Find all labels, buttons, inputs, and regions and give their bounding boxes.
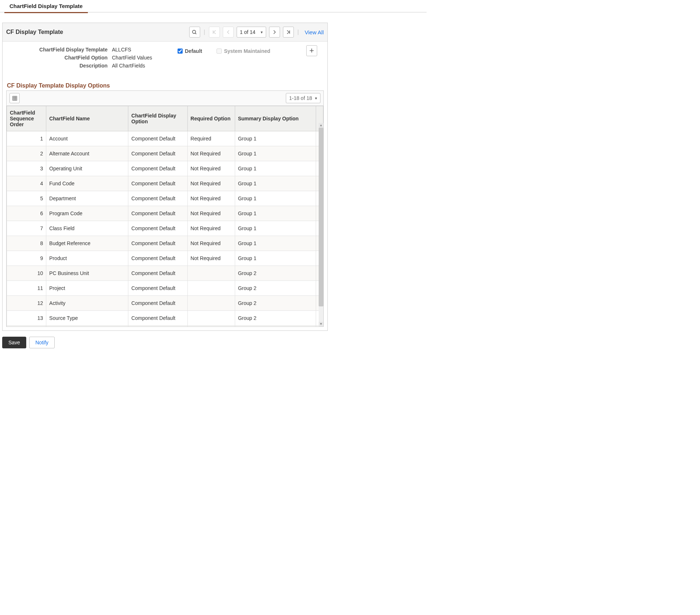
cell-display-option: Component Default (128, 236, 187, 251)
cell-required-option (187, 281, 235, 296)
table-row: 5DepartmentComponent DefaultNot Required… (7, 191, 323, 206)
cell-required-option: Not Required (187, 206, 235, 221)
svg-line-1 (195, 33, 196, 34)
template-value: ALLCFS (112, 47, 131, 53)
cell-summary-option: Group 1 (235, 191, 316, 206)
cell-required-option: Not Required (187, 251, 235, 266)
cell-name: Program Code (46, 206, 128, 221)
main-panel: CF Display Template | 1 of 14 ▾ (2, 23, 328, 331)
chevron-down-icon: ▾ (261, 30, 263, 35)
cell-required-option: Not Required (187, 146, 235, 161)
table-row: 9ProductComponent DefaultNot RequiredGro… (7, 251, 323, 266)
cell-summary-option: Group 1 (235, 251, 316, 266)
next-page-button[interactable] (269, 27, 280, 38)
cell-display-option: Component Default (128, 161, 187, 176)
cell-required-option (187, 296, 235, 311)
cell-sequence: 13 (7, 311, 46, 326)
grid: 1-18 of 18 ▾ ChartField Sequence Order C… (6, 90, 324, 327)
col-header-chartfield-name[interactable]: ChartField Name (46, 106, 128, 131)
cell-summary-option: Group 2 (235, 311, 316, 326)
table-row: 12ActivityComponent DefaultGroup 2 (7, 296, 323, 311)
scroll-down-arrow[interactable]: ▼ (319, 322, 323, 326)
scroll-up-arrow[interactable]: ▲ (319, 123, 323, 128)
section-title: CF Display Template Display Options (7, 82, 324, 89)
system-maintained-checkbox[interactable] (217, 49, 222, 54)
cell-sequence: 12 (7, 296, 46, 311)
cell-name: Account (46, 131, 128, 146)
prev-page-button[interactable] (223, 27, 234, 38)
row-range-select[interactable]: 1-18 of 18 ▾ (286, 93, 320, 103)
view-all-link[interactable]: View All (305, 29, 324, 35)
last-page-button[interactable] (283, 27, 294, 38)
cell-name: Source Type (46, 311, 128, 326)
pager-text: 1 of 14 (240, 29, 256, 35)
cell-summary-option: Group 1 (235, 161, 316, 176)
default-checkbox-label: Default (185, 48, 202, 54)
notify-button[interactable]: Notify (29, 337, 55, 348)
table-row: 4Fund CodeComponent DefaultNot RequiredG… (7, 176, 323, 191)
table-row: 2Alternate AccountComponent DefaultNot R… (7, 146, 323, 161)
col-header-sequence-order[interactable]: ChartField Sequence Order (7, 106, 46, 131)
default-checkbox[interactable] (178, 49, 183, 54)
cell-display-option: Component Default (128, 281, 187, 296)
cell-summary-option: Group 1 (235, 236, 316, 251)
cell-sequence: 3 (7, 161, 46, 176)
first-page-button[interactable] (209, 27, 220, 38)
cell-sequence: 11 (7, 281, 46, 296)
cell-required-option (187, 326, 235, 327)
grid-table: ChartField Sequence Order ChartField Nam… (7, 106, 323, 326)
cell-display-option: Component Default (128, 146, 187, 161)
first-page-icon (212, 30, 217, 35)
cell-name: Budget Reference (46, 236, 128, 251)
cell-required-option: Not Required (187, 236, 235, 251)
cell-name: Product (46, 251, 128, 266)
scrollbar-thumb[interactable] (319, 128, 323, 306)
cell-required-option: Not Required (187, 161, 235, 176)
col-header-required-option[interactable]: Required Option (187, 106, 235, 131)
divider: | (204, 29, 205, 35)
save-button[interactable]: Save (2, 337, 26, 348)
tab-chartfield-display-template[interactable]: ChartField Display Template (4, 0, 88, 13)
description-label: Description (6, 63, 112, 69)
cell-summary-option: Group 2 (235, 281, 316, 296)
table-row: 8Budget ReferenceComponent DefaultNot Re… (7, 236, 323, 251)
cell-summary-option: Group 2 (235, 266, 316, 281)
add-row-button[interactable]: + (306, 45, 317, 56)
cell-required-option: Not Required (187, 176, 235, 191)
pager-select[interactable]: 1 of 14 ▾ (237, 27, 266, 38)
tab-bar: ChartField Display Template (0, 0, 427, 12)
table-row: 13Source TypeComponent DefaultGroup 2 (7, 311, 323, 326)
col-header-summary-display-option[interactable]: Summary Display Option (235, 106, 316, 131)
description-value: All ChartFields (112, 63, 145, 69)
cell-summary-option: Group 2 (235, 296, 316, 311)
svg-rect-4 (12, 96, 16, 100)
cell-sequence: 6 (7, 206, 46, 221)
col-header-display-option[interactable]: ChartField Display Option (128, 106, 187, 131)
cell-sequence: 1 (7, 131, 46, 146)
row-range-text: 1-18 of 18 (289, 95, 312, 101)
cell-sequence: 9 (7, 251, 46, 266)
plus-icon: + (310, 46, 314, 55)
cell-display-option: Component Default (128, 296, 187, 311)
search-icon (192, 30, 197, 35)
cell-display-option: Component Default (128, 176, 187, 191)
table-row: 10PC Business UnitComponent DefaultGroup… (7, 266, 323, 281)
svg-point-0 (192, 30, 196, 33)
scrollbar-track[interactable] (319, 128, 323, 326)
cell-sequence: 5 (7, 191, 46, 206)
cell-name: Project (46, 281, 128, 296)
cell-name: Category (46, 326, 128, 327)
chevron-right-icon (272, 30, 277, 35)
search-button[interactable] (189, 27, 200, 38)
system-maintained-label: System Maintained (224, 48, 270, 54)
panel-title: CF Display Template (6, 29, 63, 35)
cell-required-option (187, 266, 235, 281)
cell-display-option: Component Default (128, 221, 187, 236)
cell-required-option: Required (187, 131, 235, 146)
cell-display-option: Component Default (128, 206, 187, 221)
cell-name: Alternate Account (46, 146, 128, 161)
option-value: ChartField Values (112, 55, 152, 61)
cell-required-option: Not Required (187, 221, 235, 236)
grid-options-button[interactable] (9, 93, 20, 103)
cell-sequence: 14 (7, 326, 46, 327)
